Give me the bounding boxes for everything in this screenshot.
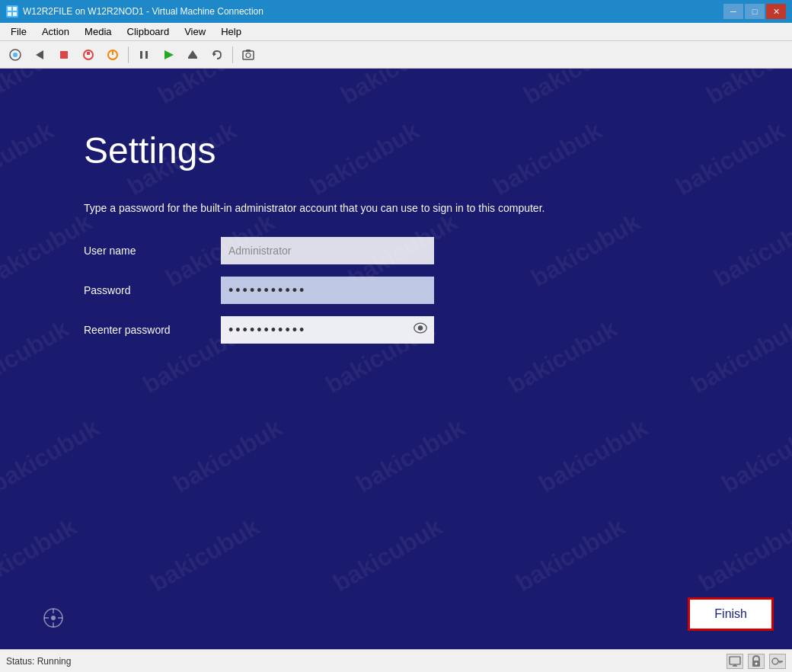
- key-icon: [769, 654, 786, 669]
- svg-rect-18: [243, 51, 254, 59]
- password-row: Password: [84, 277, 708, 304]
- eject-btn[interactable]: [182, 44, 203, 66]
- svg-point-34: [772, 658, 778, 664]
- reset-btn[interactable]: [78, 44, 99, 66]
- maximize-button[interactable]: □: [745, 4, 765, 19]
- svg-rect-1: [13, 7, 17, 11]
- svg-rect-15: [188, 57, 197, 59]
- title-bar: W12R2FILE on W12R2NOD1 - Virtual Machine…: [0, 0, 792, 23]
- svg-rect-9: [87, 52, 90, 55]
- finish-button[interactable]: Finish: [688, 597, 774, 631]
- ctrl-alt-del-btn[interactable]: [5, 44, 26, 66]
- settings-title: Settings: [84, 130, 708, 171]
- show-password-icon[interactable]: [413, 322, 428, 338]
- stop-btn[interactable]: [53, 44, 75, 66]
- menu-file[interactable]: File: [3, 24, 34, 39]
- svg-rect-13: [145, 51, 148, 59]
- svg-point-33: [755, 662, 758, 664]
- back-btn[interactable]: [29, 44, 50, 66]
- svg-point-22: [418, 325, 423, 330]
- svg-point-19: [246, 53, 251, 57]
- snapshot-btn[interactable]: [238, 44, 259, 66]
- title-bar-left: W12R2FILE on W12R2NOD1 - Virtual Machine…: [6, 5, 263, 18]
- svg-rect-7: [60, 51, 68, 59]
- svg-point-24: [51, 616, 56, 620]
- menu-bar: File Action Media Clipboard View Help: [0, 23, 792, 41]
- svg-marker-16: [188, 50, 197, 57]
- svg-marker-14: [164, 50, 174, 59]
- username-label: User name: [84, 245, 221, 257]
- settings-panel: Settings Type a password for the built-i…: [84, 130, 708, 356]
- status-text: Status: Running: [6, 656, 71, 667]
- settings-description: Type a password for the built-in adminis…: [84, 202, 602, 214]
- menu-help[interactable]: Help: [213, 24, 249, 39]
- monitor-icon: [727, 654, 743, 669]
- window-title: W12R2FILE on W12R2NOD1 - Virtual Machine…: [23, 6, 263, 17]
- password-input[interactable]: [221, 277, 434, 304]
- lock-icon: [748, 654, 765, 669]
- svg-point-5: [13, 53, 18, 57]
- svg-marker-17: [213, 52, 216, 56]
- username-row: User name: [84, 237, 708, 264]
- vm-screen[interactable]: bakicubuk bakicubuk bakicubuk bakicubuk …: [0, 69, 792, 649]
- power-btn[interactable]: [102, 44, 123, 66]
- app-icon: [6, 5, 18, 18]
- reenter-password-input[interactable]: [221, 316, 434, 344]
- svg-marker-6: [36, 50, 43, 59]
- finish-button-area: Finish: [688, 597, 774, 631]
- menu-view[interactable]: View: [177, 24, 213, 39]
- menu-clipboard[interactable]: Clipboard: [120, 24, 177, 39]
- undo-btn[interactable]: [206, 44, 228, 66]
- toolbar-separator-2: [232, 46, 233, 63]
- window-controls: ─ □ ✕: [723, 4, 786, 19]
- svg-rect-3: [13, 12, 17, 16]
- toolbar-separator-1: [128, 46, 129, 63]
- svg-rect-0: [8, 7, 11, 11]
- svg-rect-20: [246, 50, 251, 52]
- reenter-password-row: Reenter password: [84, 316, 708, 344]
- username-input[interactable]: [221, 237, 434, 264]
- password-wrapper: [221, 277, 434, 304]
- status-icons: [727, 654, 786, 669]
- minimize-button[interactable]: ─: [723, 4, 743, 19]
- menu-action[interactable]: Action: [34, 24, 77, 39]
- menu-media[interactable]: Media: [77, 24, 119, 39]
- close-button[interactable]: ✕: [766, 4, 786, 19]
- password-label: Password: [84, 284, 221, 296]
- toolbar: [0, 41, 792, 69]
- svg-rect-2: [8, 12, 11, 16]
- reenter-password-label: Reenter password: [84, 324, 221, 336]
- status-bar: Status: Running: [0, 649, 792, 672]
- svg-rect-29: [730, 657, 740, 664]
- reenter-password-wrapper: [221, 316, 434, 344]
- play-btn[interactable]: [158, 44, 179, 66]
- svg-rect-12: [140, 51, 142, 59]
- vm-cursor-icon: [42, 606, 65, 634]
- pause-btn[interactable]: [133, 44, 155, 66]
